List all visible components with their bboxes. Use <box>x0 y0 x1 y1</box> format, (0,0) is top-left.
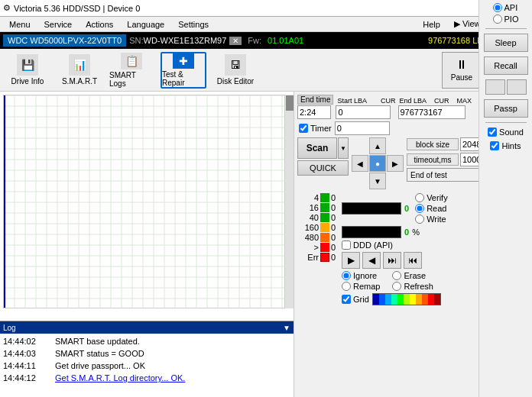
sound-checkbox-label[interactable]: Sound <box>488 127 524 137</box>
read-radio-label[interactable]: Read <box>415 204 448 213</box>
dir-up-button[interactable]: ▲ <box>369 137 386 154</box>
graph-scrollbar[interactable] <box>284 95 294 308</box>
disk-editor-button[interactable]: 🖫 Disk Editor <box>212 52 258 89</box>
play-button[interactable]: ▶ <box>342 252 360 269</box>
menu-menu[interactable]: Menu <box>3 18 37 31</box>
device-fw-label: 01.01A01 <box>263 34 308 47</box>
end-time-input[interactable] <box>297 105 331 119</box>
color-seg-3 <box>385 294 391 305</box>
quick-button[interactable]: QUICK <box>297 160 349 176</box>
separator-1 <box>485 28 527 29</box>
ddd-checkbox[interactable] <box>342 240 351 250</box>
timer-input[interactable] <box>335 121 390 135</box>
sound-label: Sound <box>499 127 524 137</box>
refresh-radio-label[interactable]: Refresh <box>392 282 433 291</box>
smart-button[interactable]: 📊 S.M.A.R.T <box>57 52 102 89</box>
small-btn-1[interactable] <box>485 79 505 95</box>
erase-radio[interactable] <box>392 271 401 280</box>
dir-right-button[interactable]: ▶ <box>387 155 404 172</box>
smart-label: S.M.A.R.T <box>62 77 97 86</box>
hints-checkbox-label[interactable]: Hints <box>490 141 521 150</box>
verify-read-write-group: Verify Read Write <box>415 193 448 224</box>
menu-help[interactable]: Help <box>417 18 446 31</box>
timer-checkbox-label[interactable]: Timer <box>299 124 332 133</box>
scan-button[interactable]: Scan <box>297 137 337 159</box>
scan-button-row: Scan ▼ <box>297 137 349 159</box>
smart-logs-button[interactable]: 📋 SMART Logs <box>109 52 154 89</box>
menu-service[interactable]: Service <box>38 18 79 31</box>
grid-checkbox[interactable] <box>342 295 351 304</box>
pio-label: PIO <box>504 15 519 24</box>
read-radio[interactable] <box>415 204 424 213</box>
dir-left-button[interactable]: ◀ <box>352 155 368 172</box>
ignore-radio-label[interactable]: Ignore <box>342 271 380 280</box>
api-pio-group: API PIO <box>493 3 519 24</box>
pause-label: Pause <box>451 73 472 82</box>
device-name-label: WDC WD5000LPVX-22V0TT0 <box>3 34 126 47</box>
drive-info-button[interactable]: 💾 Drive Info <box>5 52 50 89</box>
remap-radio[interactable] <box>342 282 351 291</box>
test-repair-button[interactable]: ✚ Test & Repair <box>161 52 206 89</box>
pio-radio-label[interactable]: PIO <box>493 15 519 24</box>
back-button[interactable]: ◀ <box>362 252 381 269</box>
log-scroll-btn[interactable]: ▼ <box>283 324 290 332</box>
verify-radio-label[interactable]: Verify <box>415 193 448 202</box>
counter-480-value: 0 <box>331 233 336 242</box>
log-time: 14:44:03 <box>3 347 49 360</box>
grid-label: Grid <box>353 295 369 304</box>
erase-radio-label[interactable]: Erase <box>392 271 433 280</box>
disk-editor-label: Disk Editor <box>217 77 254 86</box>
fw-prefix: Fw: <box>248 36 261 45</box>
hints-checkbox[interactable] <box>490 141 499 150</box>
log-entry: 14:44:02SMART base updated. <box>3 335 290 347</box>
dir-down-button[interactable]: ▼ <box>369 173 386 189</box>
log-entry: 14:44:03SMART status = GOOD <box>3 347 290 360</box>
test-repair-icon: ✚ <box>173 53 194 69</box>
ignore-radio[interactable] <box>342 271 351 280</box>
start-lba-input[interactable] <box>336 105 391 119</box>
scan-dropdown[interactable]: ▼ <box>338 137 349 159</box>
ddd-checkbox-label[interactable]: DDD (API) <box>342 240 393 250</box>
hints-label: Hints <box>501 141 521 150</box>
passp-button[interactable]: Passp <box>484 99 528 118</box>
recall-button[interactable]: Recall <box>484 56 528 75</box>
counter-gt-value: 0 <box>331 243 336 252</box>
dir-center-button[interactable]: ● <box>369 155 386 172</box>
sleep-button[interactable]: Sleep <box>484 34 528 52</box>
grid-checkbox-label[interactable]: Grid <box>342 295 369 304</box>
counter-16-box <box>320 203 329 212</box>
scroll-thumb[interactable] <box>286 95 294 111</box>
api-radio[interactable] <box>493 3 502 12</box>
log-title: Log <box>3 324 16 332</box>
skip-start-button[interactable]: ⏮ <box>404 252 422 269</box>
remap-radio-label[interactable]: Remap <box>342 282 380 291</box>
small-btn-2[interactable] <box>507 79 527 95</box>
log-msg[interactable]: Get S.M.A.R.T. Log directory... OK. <box>55 372 185 384</box>
verify-radio[interactable] <box>415 193 424 202</box>
log-time: 14:44:11 <box>3 360 49 372</box>
counter-160-label: 160 <box>297 223 319 232</box>
menu-actions[interactable]: Actions <box>79 18 119 31</box>
log-msg: SMART status = GOOD <box>55 347 144 360</box>
pause-button[interactable]: ⏸ Pause <box>442 52 482 89</box>
log-panel: Log ▼ 14:44:02SMART base updated.14:44:0… <box>0 321 294 397</box>
timer-checkbox[interactable] <box>299 124 308 133</box>
log-header: Log ▼ <box>0 321 294 334</box>
write-radio[interactable] <box>415 215 424 224</box>
end-lba-group: End LBA CUR MAX <box>398 97 472 119</box>
end-lba-input[interactable] <box>398 105 466 119</box>
color-seg-11 <box>434 294 440 305</box>
color-seg-7 <box>410 294 416 305</box>
app-icon: ⚙ <box>3 3 11 13</box>
device-close-button[interactable]: ✕ <box>229 37 242 45</box>
start-lba-group: Start LBA CUR <box>336 97 395 119</box>
pio-radio[interactable] <box>493 15 502 24</box>
menu-settings[interactable]: Settings <box>172 18 215 31</box>
skip-end-button[interactable]: ⏭ <box>383 252 401 269</box>
sound-checkbox[interactable] <box>488 127 497 137</box>
write-radio-label[interactable]: Write <box>415 215 448 224</box>
api-radio-label[interactable]: API <box>493 3 519 12</box>
pause-icon: ⏸ <box>456 58 468 72</box>
menu-language[interactable]: Language <box>121 18 170 31</box>
refresh-radio[interactable] <box>392 282 401 291</box>
